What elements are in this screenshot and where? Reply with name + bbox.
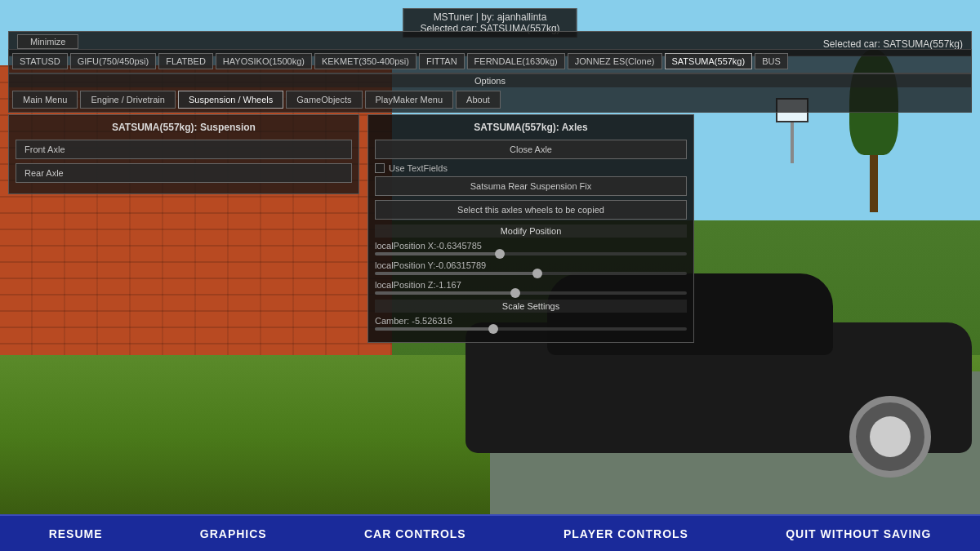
slider-y-label: localPosition Y:-0.06315789	[375, 260, 687, 270]
scale-settings-header: Scale Settings	[375, 300, 687, 313]
camber-track[interactable]	[375, 327, 687, 331]
car-tab-kekmet[interactable]: KEKMET(350-400psi)	[314, 53, 416, 69]
slider-y-section: localPosition Y:-0.06315789	[375, 260, 687, 275]
right-panel-axles: SATSUMA(557kg): Axles Close Axle Use Tex…	[368, 114, 694, 343]
left-panel-suspension: SATSUMA(557kg): Suspension Front Axle Re…	[8, 114, 359, 194]
slider-y-fill	[375, 272, 537, 275]
use-textfields-label: Use TextFields	[389, 163, 448, 173]
camber-thumb[interactable]	[488, 324, 498, 334]
car-controls-button[interactable]: CAR CONTROLS	[352, 523, 479, 544]
graphics-button[interactable]: GRAPHICS	[188, 523, 279, 544]
car-tab-hayosiko[interactable]: HAYOSIKO(1500kg)	[216, 53, 312, 69]
slider-x-thumb[interactable]	[495, 249, 505, 259]
car-tab-bus[interactable]: BUS	[755, 53, 788, 69]
right-panel-title: SATSUMA(557kg): Axles	[375, 122, 687, 133]
tab-gameobjects[interactable]: GameObjects	[286, 91, 362, 109]
tab-playmaker[interactable]: PlayMaker Menu	[365, 91, 454, 109]
left-panel-title: SATSUMA(557kg): Suspension	[16, 122, 352, 133]
slider-x-section: localPosition X:-0.6345785	[375, 241, 687, 256]
tab-main-menu[interactable]: Main Menu	[12, 91, 78, 109]
suspension-fix-button[interactable]: Satsuma Rear Suspension Fix	[375, 176, 687, 196]
car-tab-flatbed[interactable]: FLATBED	[158, 53, 213, 69]
car-tab-jonnez[interactable]: JONNEZ ES(Clone)	[568, 53, 662, 69]
use-textfields-checkbox[interactable]	[375, 163, 385, 173]
app-title: MSTuner | by: ajanhallinta	[434, 11, 547, 23]
car-tab-satsuma[interactable]: SATSUMA(557kg)	[665, 53, 753, 69]
resume-button[interactable]: RESUME	[37, 523, 115, 544]
slider-x-label: localPosition X:-0.6345785	[375, 241, 687, 251]
car-tab-ferndale[interactable]: FERNDALE(1630kg)	[467, 53, 565, 69]
options-section: Options Main Menu Engine / Drivetrain Su…	[8, 73, 972, 113]
rear-axle-button[interactable]: Rear Axle	[16, 163, 352, 183]
tab-engine[interactable]: Engine / Drivetrain	[80, 91, 176, 109]
player-controls-button[interactable]: PLAYER CONTROLS	[551, 523, 701, 544]
slider-z-fill	[375, 291, 515, 295]
car-tab-fittan[interactable]: FITTAN	[419, 53, 465, 69]
tab-suspension[interactable]: Suspension / Wheels	[178, 91, 283, 109]
minimize-button[interactable]: Minimize	[17, 34, 78, 49]
slider-x-track[interactable]	[375, 252, 687, 256]
quit-without-saving-button[interactable]: QUIT WITHOUT SAVING	[773, 523, 943, 544]
ui-overlay: MSTuner | by: ajanhallinta Selected car:…	[0, 0, 980, 551]
front-axle-button[interactable]: Front Axle	[16, 140, 352, 159]
copy-wheels-button[interactable]: Select this axles wheels to be copied	[375, 200, 687, 220]
car-tab-gifu[interactable]: GIFU(750/450psi)	[70, 53, 156, 69]
car-tabs-bar: STATUSD GIFU(750/450psi) FLATBED HAYOSIK…	[8, 49, 972, 73]
camber-section: Camber: -5.526316	[375, 316, 687, 331]
options-label: Options	[9, 74, 971, 87]
slider-z-track[interactable]	[375, 291, 687, 295]
slider-x-fill	[375, 252, 500, 256]
slider-z-thumb[interactable]	[510, 288, 520, 298]
selected-car-display: Selected car: SATSUMA(557kg)	[823, 38, 963, 50]
options-tabs: Main Menu Engine / Drivetrain Suspension…	[9, 87, 971, 112]
slider-z-section: localPosition Z:-1.167	[375, 280, 687, 295]
bottom-bar: RESUME GRAPHICS CAR CONTROLS PLAYER CONT…	[0, 514, 980, 551]
car-tab-statusd[interactable]: STATUSD	[12, 53, 68, 69]
slider-y-track[interactable]	[375, 272, 687, 275]
close-axle-button[interactable]: Close Axle	[375, 140, 687, 159]
use-textfields-row: Use TextFields	[375, 163, 687, 173]
tab-about[interactable]: About	[456, 91, 501, 109]
camber-fill	[375, 327, 493, 331]
slider-z-label: localPosition Z:-1.167	[375, 280, 687, 290]
modify-position-header: Modify Position	[375, 224, 687, 238]
camber-label: Camber: -5.526316	[375, 316, 687, 326]
slider-y-thumb[interactable]	[532, 269, 542, 278]
